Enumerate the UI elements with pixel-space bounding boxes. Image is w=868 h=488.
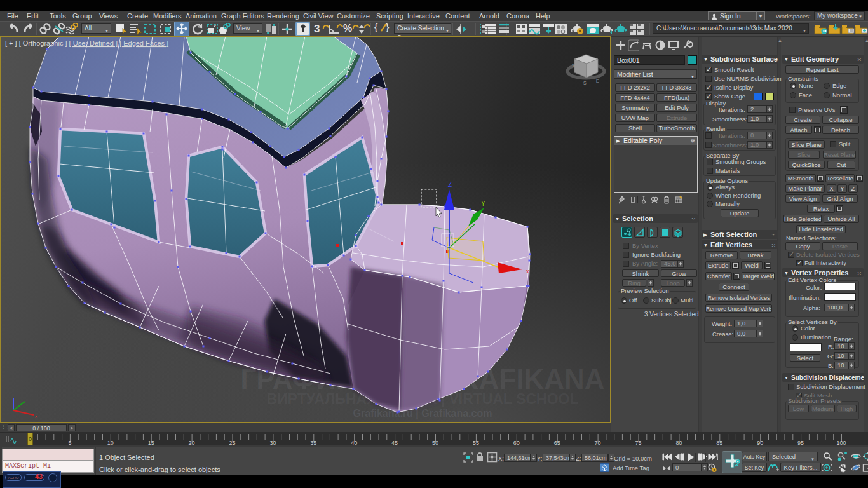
svg-text:5: 5: [68, 440, 71, 446]
svg-text:90: 90: [757, 440, 763, 446]
svg-text:[ + ] [ Orthographic ] [ User: [ + ] [ Orthographic ] [ User Defined ] …: [5, 39, 168, 47]
svg-text:10: 10: [107, 440, 114, 446]
svg-text:50: 50: [432, 440, 438, 446]
svg-text:95: 95: [797, 440, 804, 446]
svg-text:45: 45: [391, 440, 398, 446]
svg-text:W: W: [572, 63, 576, 67]
svg-text:60: 60: [513, 440, 520, 446]
svg-text:80: 80: [675, 440, 682, 446]
svg-text:100: 100: [836, 440, 846, 446]
svg-text:Grafikana.ru | Grafikana.com: Grafikana.ru | Grafikana.com: [353, 408, 492, 419]
svg-text:15: 15: [148, 440, 154, 446]
svg-text:85: 85: [716, 440, 722, 446]
svg-text:65: 65: [554, 440, 560, 446]
svg-text:S: S: [583, 81, 587, 85]
svg-text:Z: Z: [448, 181, 452, 188]
svg-text:70: 70: [595, 440, 601, 446]
svg-text:35: 35: [310, 440, 316, 446]
svg-text:25: 25: [229, 440, 235, 446]
svg-text:30: 30: [269, 440, 276, 446]
svg-text:75: 75: [635, 440, 641, 446]
svg-text:40: 40: [351, 440, 357, 446]
svg-text:Y: Y: [481, 200, 485, 207]
svg-text:E: E: [596, 79, 599, 83]
svg-text:x: x: [35, 414, 37, 419]
svg-text:x: x: [526, 268, 529, 274]
svg-text:55: 55: [473, 440, 479, 446]
svg-text:20: 20: [189, 440, 195, 446]
